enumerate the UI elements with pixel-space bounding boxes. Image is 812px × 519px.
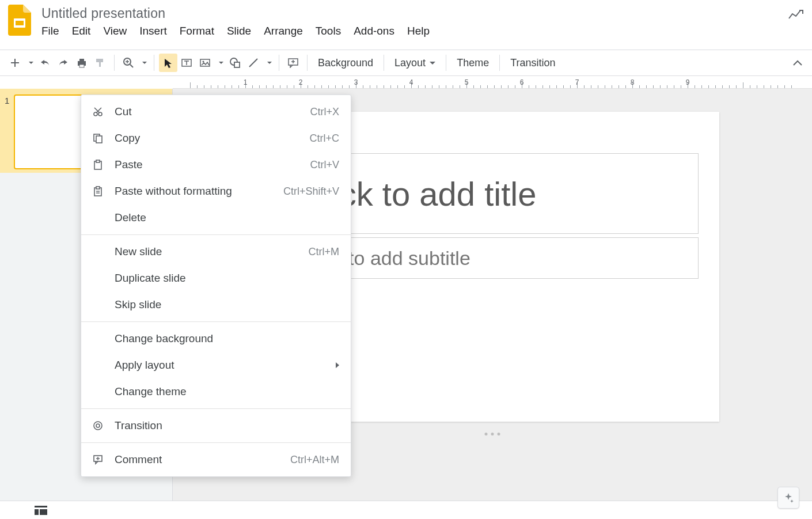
blank-icon	[93, 359, 108, 371]
header: Untitled presentation FileEditViewInsert…	[0, 0, 812, 50]
context-separator	[81, 442, 351, 443]
collapse-toolbar-button[interactable]	[792, 59, 806, 66]
context-cut[interactable]: CutCtrl+X	[81, 99, 351, 125]
context-comment[interactable]: CommentCtrl+Alt+M	[81, 446, 351, 473]
transition-icon	[93, 420, 108, 431]
context-label: New slide	[115, 245, 162, 258]
context-shortcut: Ctrl+X	[310, 106, 339, 118]
blank-icon	[93, 333, 108, 344]
menu-insert[interactable]: Insert	[139, 25, 167, 37]
theme-button[interactable]: Theme	[451, 57, 495, 69]
ruler-tick-9: 9	[686, 78, 690, 86]
select-tool[interactable]	[159, 54, 177, 72]
ruler-tick-5: 5	[465, 78, 469, 86]
context-copy[interactable]: CopyCtrl+C	[81, 125, 351, 151]
slides-logo[interactable]	[8, 5, 31, 36]
context-label: Transition	[115, 419, 162, 432]
textbox-tool[interactable]	[177, 54, 196, 72]
menu-add-ons[interactable]: Add-ons	[354, 25, 394, 37]
line-tool[interactable]	[244, 54, 263, 72]
context-label: Skip slide	[115, 298, 161, 311]
toolbar: Background Layout Theme Transition	[0, 50, 812, 76]
paste-plain-icon	[93, 185, 108, 197]
menu-tools[interactable]: Tools	[316, 25, 341, 37]
context-paste[interactable]: PasteCtrl+V	[81, 151, 351, 178]
context-duplicate-slide[interactable]: Duplicate slide	[81, 265, 351, 291]
shape-tool[interactable]	[226, 54, 244, 72]
menu-arrange[interactable]: Arrange	[264, 25, 303, 37]
new-slide-button[interactable]	[6, 54, 24, 72]
menu-view[interactable]: View	[103, 25, 127, 37]
present-icon[interactable]	[788, 9, 804, 21]
undo-button[interactable]	[36, 54, 54, 72]
submenu-arrow-icon	[336, 362, 339, 368]
context-new-slide[interactable]: New slideCtrl+M	[81, 238, 351, 265]
comment-tool[interactable]	[284, 54, 302, 72]
footer	[0, 501, 812, 519]
context-change-background[interactable]: Change background	[81, 325, 351, 352]
context-separator	[81, 234, 351, 235]
horizontal-ruler: 123456789	[173, 76, 812, 89]
menu-file[interactable]: File	[41, 25, 59, 37]
context-separator	[81, 408, 351, 409]
image-tool[interactable]	[196, 54, 214, 72]
context-shortcut: Ctrl+C	[309, 132, 339, 145]
thumbnail-number: 1	[5, 94, 14, 169]
context-label: Change theme	[115, 385, 187, 398]
context-label: Cut	[115, 105, 132, 118]
context-paste-without-formatting[interactable]: Paste without formattingCtrl+Shift+V	[81, 178, 351, 204]
svg-rect-15	[35, 506, 47, 507]
context-apply-layout[interactable]: Apply layout	[81, 352, 351, 378]
paste-icon	[93, 159, 108, 171]
svg-rect-5	[96, 59, 103, 62]
context-skip-slide[interactable]: Skip slide	[81, 291, 351, 318]
svg-rect-16	[35, 509, 39, 515]
background-button[interactable]: Background	[312, 57, 379, 69]
explore-button[interactable]	[777, 487, 799, 509]
print-button[interactable]	[73, 54, 91, 72]
menu-format[interactable]: Format	[180, 25, 214, 37]
menu-edit[interactable]: Edit	[72, 25, 91, 37]
context-shortcut: Ctrl+M	[309, 246, 340, 258]
svg-rect-12	[234, 62, 240, 67]
svg-rect-6	[99, 62, 101, 67]
zoom-dropdown[interactable]	[138, 54, 149, 72]
svg-rect-17	[40, 509, 47, 515]
svg-rect-21	[96, 136, 102, 143]
context-label: Apply layout	[115, 359, 174, 372]
context-label: Delete	[115, 211, 146, 224]
document-title[interactable]: Untitled presentation	[41, 6, 788, 21]
ruler-tick-4: 4	[409, 78, 413, 86]
line-dropdown[interactable]	[263, 54, 274, 72]
menubar: FileEditViewInsertFormatSlideArrangeTool…	[41, 25, 788, 37]
transition-button[interactable]: Transition	[504, 57, 561, 69]
context-separator	[81, 321, 351, 322]
svg-point-27	[96, 424, 100, 427]
paint-format-button[interactable]	[91, 54, 109, 72]
svg-rect-25	[96, 187, 100, 189]
context-change-theme[interactable]: Change theme	[81, 378, 351, 405]
svg-rect-23	[96, 160, 100, 162]
ruler-tick-3: 3	[354, 78, 358, 86]
context-delete[interactable]: Delete	[81, 204, 351, 231]
ruler-tick-8: 8	[631, 78, 635, 86]
context-transition[interactable]: Transition	[81, 412, 351, 439]
speaker-notes-handle[interactable]	[485, 433, 500, 435]
layout-button[interactable]: Layout	[389, 57, 441, 69]
context-label: Duplicate slide	[115, 272, 186, 285]
context-shortcut: Ctrl+V	[310, 159, 339, 171]
grid-view-icon[interactable]	[35, 506, 47, 515]
layout-label: Layout	[394, 57, 426, 69]
image-dropdown[interactable]	[214, 54, 226, 72]
copy-icon	[93, 132, 108, 144]
new-slide-dropdown[interactable]	[24, 54, 36, 72]
zoom-button[interactable]	[119, 54, 138, 72]
svg-rect-4	[79, 65, 84, 67]
blank-icon	[93, 212, 108, 223]
ruler-tick-7: 7	[575, 78, 579, 86]
menu-help[interactable]: Help	[407, 25, 430, 37]
context-label: Copy	[115, 132, 140, 145]
svg-point-26	[94, 422, 102, 430]
menu-slide[interactable]: Slide	[227, 25, 251, 37]
redo-button[interactable]	[54, 54, 73, 72]
